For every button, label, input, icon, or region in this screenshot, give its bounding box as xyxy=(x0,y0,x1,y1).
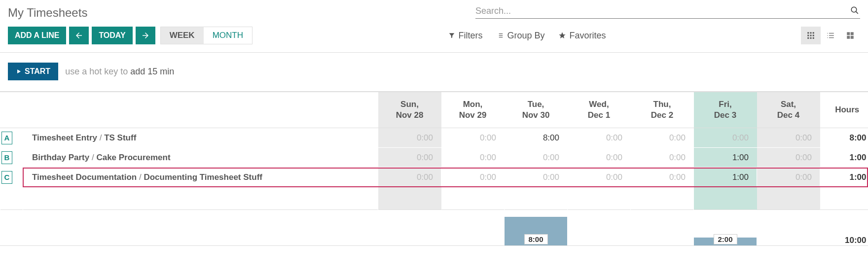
time-cell[interactable]: 0:00 xyxy=(757,148,820,168)
day-header: Sun,Nov 28 xyxy=(378,92,441,128)
next-button[interactable] xyxy=(136,27,155,44)
view-range-toggle: WEEK MONTH xyxy=(160,27,253,44)
svg-line-1 xyxy=(856,12,858,14)
day-header: Fri,Dec 3 xyxy=(694,92,757,128)
svg-rect-12 xyxy=(810,35,812,36)
time-cell[interactable]: 0:00 xyxy=(505,168,568,187)
star-icon xyxy=(558,32,566,39)
totals-row: 8:002:0010:00 xyxy=(0,210,868,245)
view-list-icon[interactable] xyxy=(821,27,840,44)
row-badge[interactable]: A xyxy=(1,132,12,144)
view-kanban-icon[interactable] xyxy=(840,27,860,44)
today-button[interactable]: TODAY xyxy=(92,27,132,44)
start-button[interactable]: START xyxy=(8,63,58,80)
table-row[interactable]: BBirthday Party / Cake Procurement0:000:… xyxy=(0,148,868,168)
favorites-button[interactable]: Favorites xyxy=(558,31,606,41)
time-cell[interactable]: 0:00 xyxy=(694,128,757,148)
svg-rect-8 xyxy=(807,32,809,34)
day-header: Wed,Dec 1 xyxy=(568,92,631,128)
time-cell[interactable]: 0:00 xyxy=(568,128,631,148)
search-input[interactable] xyxy=(475,6,860,16)
day-total-cell xyxy=(631,210,694,245)
time-cell[interactable]: 0:00 xyxy=(441,128,505,148)
time-cell[interactable]: 0:00 xyxy=(631,168,694,187)
view-week-tab[interactable]: WEEK xyxy=(161,27,204,44)
row-label[interactable]: Birthday Party / Cake Procurement xyxy=(23,148,378,168)
time-cell[interactable]: 0:00 xyxy=(441,168,505,187)
table-row[interactable]: CTimesheet Documentation / Documenting T… xyxy=(0,168,868,187)
svg-rect-9 xyxy=(810,32,812,34)
group-by-button[interactable]: Group By xyxy=(496,31,544,41)
svg-rect-16 xyxy=(813,37,814,39)
row-label[interactable]: Timesheet Documentation / Documenting Ti… xyxy=(23,168,378,187)
day-total-cell xyxy=(378,210,441,245)
svg-rect-24 xyxy=(851,32,854,35)
play-icon xyxy=(16,68,22,75)
row-badge[interactable]: C xyxy=(1,171,12,184)
time-cell[interactable]: 0:00 xyxy=(378,168,441,187)
time-cell[interactable]: 8:00 xyxy=(505,128,568,148)
svg-rect-26 xyxy=(851,36,854,39)
day-total-label: 2:00 xyxy=(713,234,737,244)
time-cell[interactable]: 0:00 xyxy=(631,128,694,148)
row-total: 1:00 xyxy=(820,148,868,168)
view-grid-icon[interactable] xyxy=(801,27,821,44)
day-total-cell xyxy=(757,210,820,245)
day-header: Mon,Nov 29 xyxy=(441,92,505,128)
svg-point-22 xyxy=(827,37,828,38)
svg-point-21 xyxy=(827,35,828,36)
timesheet-grid: Sun,Nov 28Mon,Nov 29Tue,Nov 30Wed,Dec 1T… xyxy=(0,92,868,245)
day-total-cell xyxy=(441,210,505,245)
row-label[interactable]: Timesheet Entry / TS Stuff xyxy=(23,128,378,148)
view-month-tab[interactable]: MONTH xyxy=(204,27,252,44)
time-cell[interactable]: 0:00 xyxy=(441,148,505,168)
row-badge-cell: B xyxy=(0,148,23,168)
svg-rect-13 xyxy=(813,35,814,36)
search-container xyxy=(475,6,860,19)
filter-icon xyxy=(448,32,455,39)
time-cell[interactable]: 1:00 xyxy=(694,168,757,187)
svg-rect-15 xyxy=(810,37,812,39)
hours-header: Hours xyxy=(820,92,868,128)
time-cell[interactable]: 0:00 xyxy=(378,148,441,168)
hotkey-hint: use a hot key to add 15 min xyxy=(65,67,174,77)
day-total-cell: 2:00 xyxy=(694,210,757,245)
time-cell[interactable]: 1:00 xyxy=(694,148,757,168)
day-header: Sat,Dec 4 xyxy=(757,92,820,128)
filters-button[interactable]: Filters xyxy=(448,31,482,41)
row-badge-cell: A xyxy=(0,128,23,148)
time-cell[interactable]: 0:00 xyxy=(757,128,820,148)
row-total: 1:00 xyxy=(820,168,868,187)
svg-rect-11 xyxy=(807,35,809,36)
time-cell[interactable]: 0:00 xyxy=(568,168,631,187)
row-badge[interactable]: B xyxy=(1,151,12,164)
time-cell[interactable]: 0:00 xyxy=(631,148,694,168)
day-header: Thu,Dec 2 xyxy=(631,92,694,128)
search-icon[interactable] xyxy=(850,6,859,15)
add-line-button[interactable]: ADD A LINE xyxy=(8,27,66,44)
time-cell[interactable]: 0:00 xyxy=(568,148,631,168)
time-cell[interactable]: 0:00 xyxy=(505,148,568,168)
prev-button[interactable] xyxy=(69,27,89,44)
day-header: Tue,Nov 30 xyxy=(505,92,568,128)
grand-total: 10:00 xyxy=(820,210,868,245)
time-cell[interactable]: 0:00 xyxy=(757,168,820,187)
svg-rect-10 xyxy=(813,32,814,34)
table-row[interactable]: ATimesheet Entry / TS Stuff0:000:008:000… xyxy=(0,128,868,148)
svg-rect-25 xyxy=(847,36,850,39)
label-header xyxy=(0,92,378,128)
row-badge-cell: C xyxy=(0,168,23,187)
svg-rect-23 xyxy=(847,32,850,35)
list-icon xyxy=(496,32,504,39)
svg-point-20 xyxy=(827,33,828,34)
svg-rect-14 xyxy=(807,37,809,39)
day-total-label: 8:00 xyxy=(524,234,547,244)
time-cell[interactable]: 0:00 xyxy=(378,128,441,148)
day-total-cell xyxy=(568,210,631,245)
svg-point-0 xyxy=(851,7,857,12)
page-title: My Timesheets xyxy=(8,6,87,20)
day-total-cell: 8:00 xyxy=(505,210,568,245)
row-total: 8:00 xyxy=(820,128,868,148)
